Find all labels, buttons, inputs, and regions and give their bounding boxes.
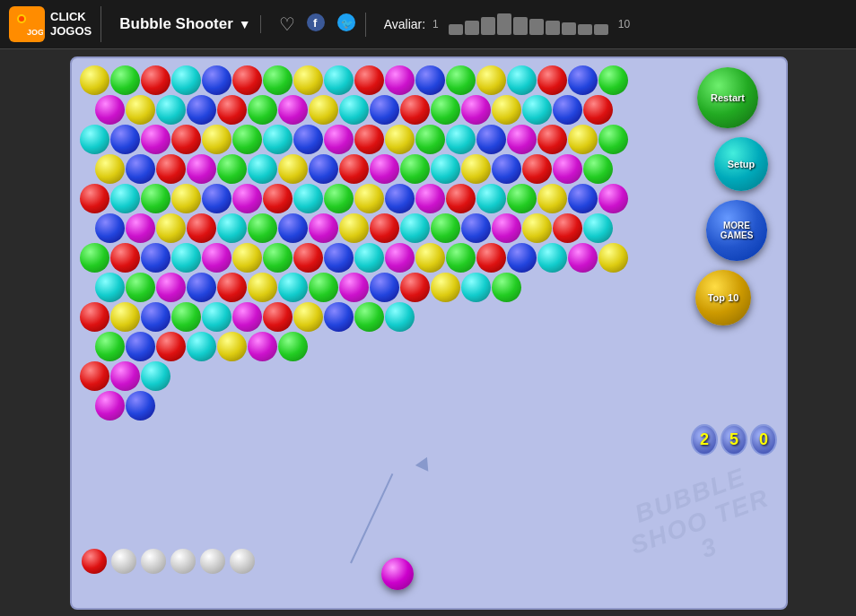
svg-point-2 [19,16,24,22]
queue-bubble-5 [230,549,255,574]
star-bar-1[interactable] [449,24,463,35]
star-bar-6[interactable] [529,19,544,35]
header: JOGOS CLICKJOGOS Bubble Shooter ▼ ♡ f 🐦 … [0,0,856,49]
score-digit-2: 0 [750,424,777,455]
rating-area: Avaliar: 1 10 [375,13,639,35]
setup-button[interactable]: Setup [714,137,768,191]
star-bar-7[interactable] [546,21,560,35]
score-display: 2 5 0 [691,424,777,455]
bubble-row-12 [79,391,673,421]
bubble-row-1 [79,65,673,95]
svg-text:f: f [313,16,318,30]
queue-bubble-2 [141,549,166,574]
shooter-area [72,518,673,603]
star-bar-5[interactable] [513,17,528,35]
star-bar-2[interactable] [465,21,479,35]
twitter-share-button[interactable]: 🐦 [336,13,356,37]
queue-bubble-0 [82,549,107,574]
rating-label: Avaliar: [384,17,425,31]
bubble-row-3 [79,125,673,154]
bubble-row-5 [79,184,673,213]
bubble-row-9 [79,302,673,332]
dropdown-button[interactable]: ▼ [239,17,251,31]
svg-text:🐦: 🐦 [341,17,354,30]
more-games-button[interactable]: MOREGAMES [706,200,767,261]
star-bar-9[interactable] [578,24,592,35]
score-digit-1: 5 [721,424,747,455]
game-container[interactable]: Restart Setup MOREGAMES Top 10 2 5 0 BUB… [70,56,788,610]
bubble-row-2 [79,95,673,125]
queue-bubble-1 [111,549,136,574]
aim-arrow [415,454,433,471]
logo-icon: JOGOS [9,6,45,42]
bubble-row-8 [79,273,673,302]
bubble-row-11 [79,361,673,391]
logo-area: JOGOS CLICKJOGOS [9,6,101,42]
bubble-row-7 [79,243,673,273]
bubble-grid [79,65,673,442]
favorite-button[interactable]: ♡ [279,13,295,35]
game-title-area: Bubble Shooter ▼ [110,15,260,33]
star-bar-8[interactable] [562,22,576,35]
star-bar-10[interactable] [594,24,608,35]
restart-button[interactable]: Restart [697,67,758,128]
rating-stars[interactable] [449,13,608,35]
star-bar-3[interactable] [481,17,495,35]
game-title: Bubble Shooter [119,15,233,33]
queue-bubble-4 [200,549,225,574]
svg-text:JOGOS: JOGOS [27,28,43,37]
side-panel: Restart Setup MOREGAMES Top 10 [674,67,782,325]
star-bar-4[interactable] [497,13,511,35]
social-area: ♡ f 🐦 [270,13,366,37]
top10-button[interactable]: Top 10 [695,270,751,325]
rating-min: 1 [432,18,439,30]
bubble-row-10 [79,332,673,361]
bubble-row-4 [79,154,673,184]
rating-max: 10 [618,18,630,30]
bubble-row-6 [79,213,673,243]
bubble-queue [72,549,255,574]
logo-text: CLICKJOGOS [50,10,92,38]
queue-bubble-3 [170,549,196,574]
facebook-share-button[interactable]: f [306,13,326,37]
score-digit-0: 2 [691,424,718,455]
